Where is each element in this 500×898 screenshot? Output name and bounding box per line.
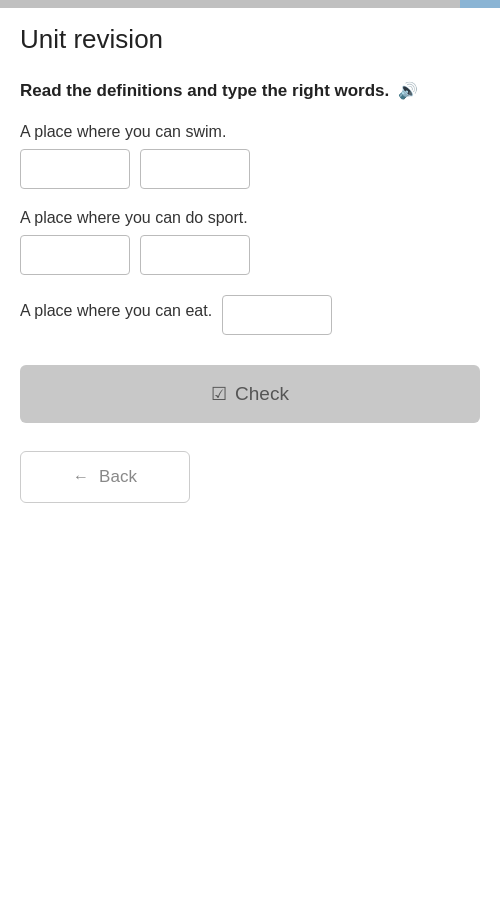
page-container: Unit revision Read the definitions and t… [0,0,500,898]
back-button[interactable]: ← Back [20,451,190,503]
input-row-2 [20,235,480,275]
answer-input-2b[interactable] [140,235,250,275]
check-button[interactable]: ☑ Check [20,365,480,423]
question-block-3: A place where you can eat. [20,295,480,335]
question-inline-3: A place where you can eat. [20,295,480,335]
back-arrow-icon: ← [73,468,89,486]
question-text-3: A place where you can eat. [20,302,212,320]
content-area: Unit revision Read the definitions and t… [0,8,500,523]
check-label: Check [235,383,289,405]
answer-input-1b[interactable] [140,149,250,189]
top-bar [0,0,500,8]
back-label: Back [99,467,137,487]
input-row-1 [20,149,480,189]
question-text-2: A place where you can do sport. [20,209,480,227]
top-bar-accent [460,0,500,8]
instructions-text: Read the definitions and type the right … [20,79,480,103]
question-block-1: A place where you can swim. [20,123,480,189]
question-text-1: A place where you can swim. [20,123,480,141]
instructions-label: Read the definitions and type the right … [20,81,389,100]
answer-input-3a[interactable] [222,295,332,335]
sound-icon[interactable]: 🔊 [398,80,418,102]
page-title: Unit revision [20,24,480,55]
answer-input-1a[interactable] [20,149,130,189]
question-block-2: A place where you can do sport. [20,209,480,275]
answer-input-2a[interactable] [20,235,130,275]
check-icon: ☑ [211,383,227,405]
